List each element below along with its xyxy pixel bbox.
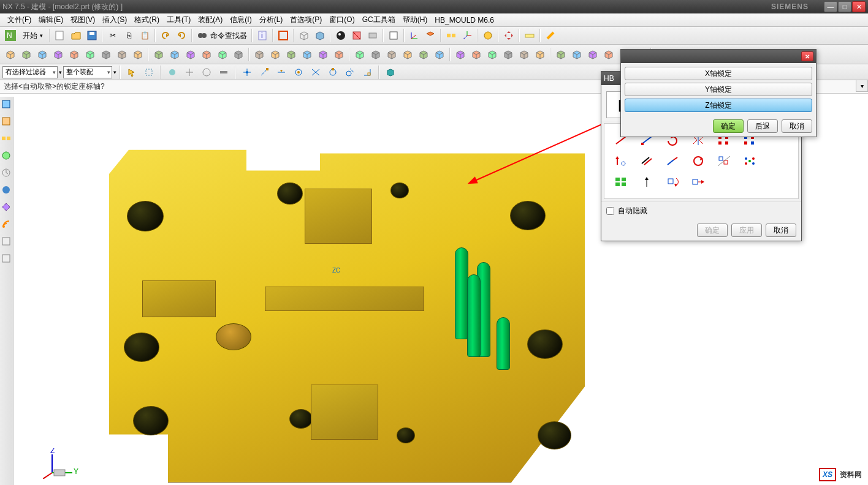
- tool-parallel-icon[interactable]: [638, 153, 656, 169]
- toolbar2-item-2-icon[interactable]: [35, 47, 50, 62]
- toolbar2-item-19-icon[interactable]: [316, 47, 330, 62]
- roles-icon[interactable]: [1, 202, 12, 213]
- part-nav-icon[interactable]: [1, 116, 12, 127]
- hole-feature[interactable]: [289, 409, 313, 429]
- shaded-icon[interactable]: [313, 28, 327, 43]
- navigator-icon[interactable]: [1, 99, 12, 110]
- z-axis-lock-option[interactable]: Z轴锁定: [625, 99, 812, 112]
- pocket-feature[interactable]: [265, 287, 424, 311]
- toolbar2-item-26-icon[interactable]: [432, 47, 447, 62]
- menu-window[interactable]: 窗口(O): [326, 13, 358, 26]
- render-icon[interactable]: [333, 28, 348, 43]
- hole-feature[interactable]: [390, 182, 409, 198]
- ejector-pin[interactable]: [497, 317, 510, 370]
- pocket-feature[interactable]: [311, 385, 378, 440]
- toolbar2-item-30-icon[interactable]: [501, 47, 516, 62]
- reuse-icon[interactable]: [1, 151, 12, 162]
- save-icon[interactable]: [85, 28, 99, 43]
- menu-preferences[interactable]: 首选项(P): [286, 13, 326, 26]
- toolbar2-item-3-icon[interactable]: [51, 47, 66, 62]
- command-finder[interactable]: 命令查找器: [194, 29, 249, 42]
- toolbar2-item-5-icon[interactable]: [83, 47, 97, 62]
- assembly-nav-icon[interactable]: [1, 133, 12, 145]
- menu-insert[interactable]: 插入(S): [99, 13, 131, 26]
- tool-rect-rotate-icon[interactable]: [663, 174, 682, 190]
- new-icon[interactable]: [53, 28, 67, 43]
- toolbar2-item-33-icon[interactable]: [554, 47, 568, 62]
- toolbar2-item-9-icon[interactable]: [151, 47, 166, 62]
- window-minimize-button[interactable]: —: [824, 1, 837, 12]
- tool-extra1-icon[interactable]: [1, 236, 12, 247]
- axis-ok-button[interactable]: 确定: [713, 119, 744, 133]
- csys-icon[interactable]: [460, 28, 474, 43]
- toolbar2-item-27-icon[interactable]: [453, 47, 468, 62]
- toolbar2-item-25-icon[interactable]: [416, 47, 431, 62]
- section-icon[interactable]: [349, 28, 364, 43]
- menu-view[interactable]: 视图(V): [67, 13, 99, 26]
- hole-feature[interactable]: [397, 427, 415, 443]
- toolbar2-item-32-icon[interactable]: [533, 47, 547, 62]
- highlight-icon[interactable]: [543, 28, 558, 43]
- menu-assembly[interactable]: 装配(A): [194, 13, 226, 26]
- tool-grid-green-icon[interactable]: [612, 174, 630, 190]
- axis-dialog-title-bar[interactable]: ✕: [621, 50, 816, 63]
- menu-hb-mould[interactable]: HB_MOULD M6.6: [431, 15, 498, 26]
- x-axis-lock-option[interactable]: X轴锁定: [625, 67, 812, 80]
- pocket-feature[interactable]: [305, 189, 372, 244]
- menu-tools[interactable]: 工具(T): [163, 13, 194, 26]
- hole-feature[interactable]: [277, 182, 303, 205]
- selection-filter-combo[interactable]: 有选择过滤器: [2, 66, 58, 78]
- toolbar2-item-7-icon[interactable]: [115, 47, 129, 62]
- snap-intersect-icon[interactable]: [308, 65, 323, 80]
- snap-perp-icon[interactable]: [360, 65, 375, 80]
- copy-icon[interactable]: ⎘: [121, 28, 136, 43]
- pocket-feature[interactable]: [142, 280, 216, 317]
- panel-apply-button[interactable]: 应用: [731, 224, 762, 237]
- panel-ok-button[interactable]: 确定: [697, 224, 728, 237]
- toolbar2-item-17-icon[interactable]: [284, 47, 299, 62]
- browser-icon[interactable]: [1, 185, 12, 196]
- assembly-icon[interactable]: [444, 28, 459, 43]
- tool-rect-move-icon[interactable]: [689, 174, 707, 190]
- hole-feature[interactable]: [527, 329, 563, 359]
- toolbar2-item-6-icon[interactable]: [99, 47, 113, 62]
- box-tool-icon[interactable]: [386, 28, 401, 43]
- cut-icon[interactable]: ✂: [105, 28, 120, 43]
- toolbar2-item-0-icon[interactable]: [3, 47, 18, 62]
- tool-circle-arrow-icon[interactable]: [689, 153, 707, 169]
- snap-mid-icon[interactable]: [274, 65, 289, 80]
- toolbar2-item-11-icon[interactable]: [183, 47, 198, 62]
- hole-feature[interactable]: [124, 333, 159, 362]
- sel-tool-2-icon[interactable]: [142, 65, 156, 80]
- hole-feature[interactable]: [127, 201, 164, 231]
- hole-feature[interactable]: [510, 201, 546, 230]
- ejector-pin[interactable]: [455, 247, 468, 339]
- panel-cancel-button[interactable]: 取消: [766, 224, 796, 237]
- toolbar2-item-10-icon[interactable]: [167, 47, 182, 62]
- toolbar2-item-21-icon[interactable]: [352, 47, 367, 62]
- snap-center-icon[interactable]: [291, 65, 306, 80]
- menu-help[interactable]: 帮助(H): [399, 13, 432, 26]
- toolbar2-item-8-icon[interactable]: [131, 47, 145, 62]
- sel-tool-4-icon[interactable]: [182, 65, 197, 80]
- snap-end-icon[interactable]: [257, 65, 272, 80]
- toolbar2-item-1-icon[interactable]: [19, 47, 34, 62]
- tool-extra2-icon[interactable]: [1, 254, 12, 265]
- hole-feature[interactable]: [133, 406, 169, 435]
- toolbar2-item-36-icon[interactable]: [601, 47, 616, 62]
- toolbar2-item-14-icon[interactable]: [231, 47, 246, 62]
- menu-info[interactable]: 信息(I): [226, 13, 255, 26]
- undo-icon[interactable]: [158, 28, 173, 43]
- orient-icon[interactable]: [423, 28, 438, 43]
- bore-feature[interactable]: [216, 323, 251, 350]
- wireframe-icon[interactable]: [297, 28, 311, 43]
- rss-icon[interactable]: [1, 219, 12, 230]
- tool-align-icon[interactable]: [715, 153, 733, 169]
- toolbar2-item-16-icon[interactable]: [268, 47, 283, 62]
- y-axis-lock-option[interactable]: Y轴锁定: [625, 83, 812, 96]
- wcs-icon[interactable]: [407, 28, 422, 43]
- selection-scope-combo[interactable]: 整个装配: [63, 66, 112, 78]
- tool-arrow-up-icon[interactable]: [612, 153, 630, 169]
- start-menu-button[interactable]: 开始▾: [18, 29, 47, 43]
- toolbar2-item-20-icon[interactable]: [332, 47, 346, 62]
